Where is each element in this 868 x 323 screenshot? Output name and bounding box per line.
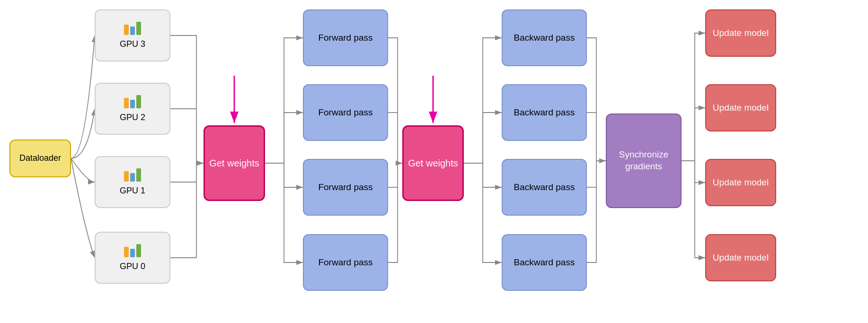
- gpu3-bar-green: [136, 22, 141, 35]
- update-model-1-node: Update model: [705, 9, 776, 57]
- get-weights-2-label: Get weights: [408, 157, 458, 169]
- gpu1-node: GPU 1: [95, 156, 170, 208]
- forward-pass-2-node: Forward pass: [303, 84, 388, 141]
- get-weights-2-node: Get weights: [402, 125, 464, 201]
- gpu1-bar-green: [136, 168, 141, 182]
- backward-pass-1-node: Backward pass: [502, 9, 587, 66]
- forward-pass-3-node: Forward pass: [303, 159, 388, 216]
- forward-pass-2-label: Forward pass: [318, 107, 372, 119]
- gpu3-bars: [124, 21, 141, 35]
- update-model-2-label: Update model: [713, 102, 769, 114]
- gpu0-bar-blue: [130, 249, 135, 257]
- gpu3-node: GPU 3: [95, 9, 170, 61]
- update-model-2-node: Update model: [705, 84, 776, 131]
- backward-pass-3-node: Backward pass: [502, 159, 587, 216]
- gpu0-bar-green: [136, 244, 141, 257]
- gpu0-label: GPU 0: [120, 261, 145, 272]
- dataloader-node: Dataloader: [9, 140, 71, 177]
- gpu2-label: GPU 2: [120, 112, 145, 123]
- update-model-4-node: Update model: [705, 234, 776, 281]
- backward-pass-2-label: Backward pass: [514, 107, 575, 119]
- forward-pass-4-label: Forward pass: [318, 257, 372, 269]
- backward-pass-1-label: Backward pass: [514, 32, 575, 44]
- forward-pass-1-label: Forward pass: [318, 32, 372, 44]
- gpu3-label: GPU 3: [120, 39, 145, 50]
- gpu3-bar-orange: [124, 25, 129, 35]
- gpu1-bars: [124, 167, 141, 182]
- sync-label: Synchronize gradients: [607, 149, 681, 172]
- gpu3-bar-blue: [130, 26, 135, 35]
- gpu1-bar-orange: [124, 171, 129, 182]
- dataloader-label: Dataloader: [19, 153, 61, 164]
- gpu2-node: GPU 2: [95, 83, 170, 135]
- update-model-3-label: Update model: [713, 177, 769, 189]
- gpu0-node: GPU 0: [95, 232, 170, 284]
- get-weights-1-node: Get weights: [204, 125, 265, 201]
- gpu2-bars: [124, 94, 141, 108]
- backward-pass-2-node: Backward pass: [502, 84, 587, 141]
- backward-pass-4-node: Backward pass: [502, 234, 587, 291]
- backward-pass-4-label: Backward pass: [514, 257, 575, 269]
- update-model-1-label: Update model: [713, 27, 769, 39]
- sync-node: Synchronize gradients: [606, 113, 682, 208]
- gpu2-bar-orange: [124, 98, 129, 108]
- diagram: Dataloader GPU 3 GPU 2 GPU 1: [0, 0, 868, 323]
- forward-pass-1-node: Forward pass: [303, 9, 388, 66]
- backward-pass-3-label: Backward pass: [514, 182, 575, 193]
- gpu0-bars: [124, 243, 141, 257]
- get-weights-1-label: Get weights: [209, 157, 259, 169]
- gpu2-bar-blue: [130, 100, 135, 108]
- gpu1-label: GPU 1: [120, 185, 145, 196]
- gpu0-bar-orange: [124, 247, 129, 257]
- forward-pass-3-label: Forward pass: [318, 182, 372, 193]
- update-model-4-label: Update model: [713, 252, 769, 264]
- update-model-3-node: Update model: [705, 159, 776, 206]
- gpu2-bar-green: [136, 95, 141, 108]
- forward-pass-4-node: Forward pass: [303, 234, 388, 291]
- gpu1-bar-blue: [130, 173, 135, 182]
